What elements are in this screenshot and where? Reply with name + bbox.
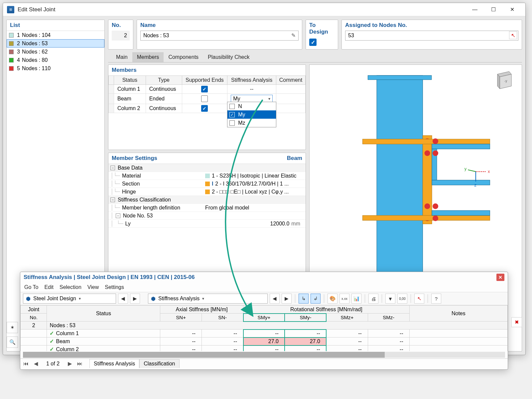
svg-text:x: x <box>488 169 490 174</box>
subtab-classification[interactable]: Classification <box>139 359 179 368</box>
dropdown-option[interactable]: My <box>227 110 276 119</box>
first-page-button[interactable]: ⏮ <box>22 360 30 367</box>
supported-checkbox[interactable] <box>201 95 208 102</box>
svg-marker-25 <box>497 74 500 89</box>
material-value[interactable]: 1 - S235H | Isotropic | Linear Elastic <box>212 173 297 179</box>
hinge-label: Hinge <box>122 189 205 195</box>
list-item[interactable]: 1Nodes : 104 <box>7 31 104 39</box>
app-icon: ⊞ <box>7 6 14 13</box>
horizontal-scrollbar[interactable] <box>23 352 505 358</box>
svg-rect-11 <box>362 215 490 220</box>
table-row[interactable]: ✓Column 1 ---- -- -- ---- <box>21 330 508 337</box>
svg-rect-1 <box>368 75 431 80</box>
help-button[interactable]: ? <box>431 294 441 304</box>
next-design-button[interactable]: ▶ <box>130 294 140 304</box>
maximize-button[interactable]: ☐ <box>484 3 503 16</box>
dropdown-option[interactable]: Mz <box>227 119 276 127</box>
col-smzp: SMz+ <box>326 314 368 322</box>
result-type-combo[interactable]: ⬢ Stiffness Analysis ▾ <box>148 294 268 304</box>
table-row[interactable]: ✓Column 2 ---- -- -- ---- <box>21 345 508 351</box>
hdr-joint: Joint <box>21 306 47 314</box>
expand-node-53[interactable]: − <box>116 213 120 218</box>
decimals-button[interactable]: x.xx <box>339 294 349 304</box>
to-design-checkbox[interactable] <box>309 39 317 46</box>
supported-checkbox[interactable] <box>201 86 208 92</box>
design-type-combo[interactable]: ⬢ Steel Joint Design ▾ <box>23 294 116 304</box>
len-def-value[interactable]: From global model <box>205 205 249 211</box>
minimize-button[interactable]: — <box>466 3 484 16</box>
export-excel-button[interactable]: 📊 <box>351 294 361 304</box>
svg-line-19 <box>468 170 475 172</box>
to-design-label: To Design <box>309 22 334 35</box>
colors-button[interactable]: 🎨 <box>328 294 337 304</box>
close-button[interactable]: ✕ <box>503 3 521 16</box>
filter-button[interactable]: ▼ <box>385 294 395 304</box>
sub-toolbar: ⬢ Steel Joint Design ▾ ◀ ▶ ⬢ Stiffness A… <box>20 292 508 305</box>
ly-value[interactable]: 12000.0 <box>270 221 290 227</box>
svg-point-5 <box>425 203 430 209</box>
toggle-b-button[interactable]: ↲ <box>311 294 321 304</box>
tab-members[interactable]: Members <box>132 52 164 62</box>
table-row[interactable]: 2Nodes : 53 <box>21 322 508 330</box>
next-result-button[interactable]: ▶ <box>282 294 292 304</box>
svg-rect-12 <box>432 210 490 215</box>
col-snp: SN+ <box>160 314 202 322</box>
sub-close-button[interactable]: ✕ <box>496 274 504 281</box>
table-row[interactable]: BeamEnded My▾NMyMz <box>109 94 306 104</box>
tab-components[interactable]: Components <box>164 52 203 62</box>
svg-text:z: z <box>474 183 476 188</box>
last-page-button[interactable]: ⏭ <box>76 360 83 367</box>
toggle-a-button[interactable]: ↳ <box>299 294 309 304</box>
section-value[interactable]: 2 - I 360/170/8/12.7/0/0/H | 1 ... <box>215 181 289 187</box>
no-field <box>112 31 130 41</box>
expand-base-data[interactable]: − <box>110 166 115 170</box>
units-button[interactable]: 0,00 <box>397 294 407 304</box>
select-in-view-button[interactable]: ↖ <box>414 294 424 304</box>
prev-page-button[interactable]: ◀ <box>32 360 40 367</box>
subtab-stiffness-analysis[interactable]: Stiffness Analysis <box>89 359 139 368</box>
list-item[interactable]: 4Nodes : 80 <box>7 56 104 64</box>
prev-design-button[interactable]: ◀ <box>118 294 128 304</box>
dropdown-option[interactable]: N <box>227 102 276 110</box>
list-item[interactable]: 2Nodes : 53 <box>7 39 104 48</box>
col-type: Type <box>146 76 182 85</box>
pick-nodes-icon[interactable]: ↖ <box>509 31 517 39</box>
col-smym: SMy- <box>285 314 326 322</box>
table-row[interactable]: Column 1Continuous -- <box>109 85 306 94</box>
new-item-button[interactable]: ✶ <box>7 322 18 333</box>
hdr-status: Status <box>47 306 160 322</box>
svg-rect-0 <box>377 75 423 281</box>
menu-settings[interactable]: Settings <box>105 284 124 290</box>
supported-checkbox[interactable] <box>201 105 208 112</box>
assigned-label: Assigned to Nodes No. <box>345 22 518 29</box>
menu-go-to[interactable]: Go To <box>24 284 38 290</box>
table-row[interactable]: ✓Beam ---- 27.0 27.0 ---- <box>21 337 508 345</box>
svg-point-16 <box>433 215 438 221</box>
edit-name-icon[interactable]: ✎ <box>289 31 297 39</box>
list-item[interactable]: 3Nodes : 62 <box>7 48 104 56</box>
expand-stiff-class[interactable]: − <box>110 198 115 202</box>
menu-view[interactable]: View <box>87 284 99 290</box>
print-button[interactable]: 🖨 <box>368 294 378 304</box>
next-page-button[interactable]: ▶ <box>66 360 73 367</box>
clear-selection-button[interactable]: ✖ <box>511 317 522 327</box>
search-button[interactable]: 🔍 <box>7 336 18 348</box>
sub-menubar: Go ToEditSelectionViewSettings <box>20 283 508 292</box>
svg-point-15 <box>433 203 438 209</box>
name-label: Name <box>140 22 299 29</box>
list-item[interactable]: 5Nodes : 110 <box>7 64 104 72</box>
hdr-no: No. <box>21 314 47 322</box>
ly-label: Ly <box>125 221 199 227</box>
prev-result-button[interactable]: ◀ <box>270 294 280 304</box>
menu-edit[interactable]: Edit <box>44 284 54 290</box>
menu-selection[interactable]: Selection <box>60 284 81 290</box>
col-comment: Comment <box>276 76 305 85</box>
svg-rect-2 <box>423 136 432 224</box>
hinge-value[interactable]: 2 - □□□ □E□ | Local xyz | Cφ,y ... <box>212 189 289 195</box>
name-field[interactable] <box>140 31 299 41</box>
hdr-notes: Notes <box>409 306 507 322</box>
view-cube[interactable]: -y <box>493 70 516 93</box>
assigned-nodes-field[interactable] <box>345 31 518 41</box>
tab-main[interactable]: Main <box>111 52 132 62</box>
tab-plausibility-check[interactable]: Plausibility Check <box>203 52 254 62</box>
